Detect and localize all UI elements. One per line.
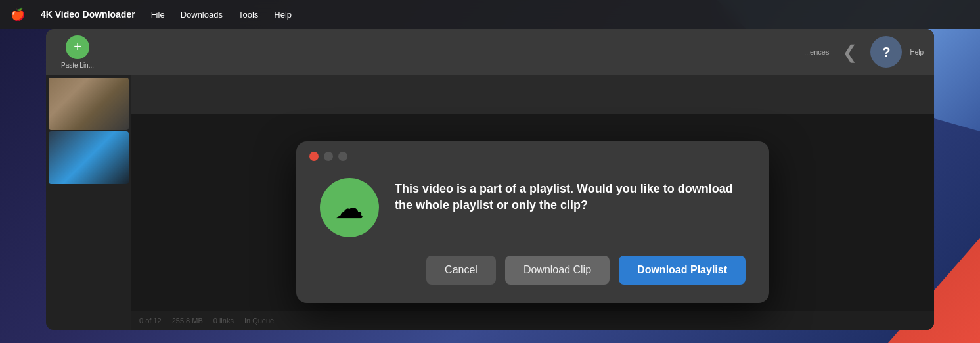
sidebar-thumb-1 [49, 78, 129, 130]
menu-tools[interactable]: Tools [238, 10, 258, 20]
menu-help[interactable]: Help [274, 10, 292, 20]
help-button[interactable]: ? [870, 36, 902, 68]
app-content: 0 of 12 255.8 MB 0 links In Queue [46, 75, 934, 330]
dialog-icon: ☁ [320, 178, 379, 237]
dialog-overlay: ☁ This video is a part of a playlist. Wo… [131, 114, 934, 330]
cancel-button[interactable]: Cancel [426, 256, 496, 285]
dialog-titlebar [309, 152, 347, 161]
dialog-actions: Cancel Download Clip Download Playlist [320, 256, 746, 285]
dialog-body: ☁ This video is a part of a playlist. Wo… [320, 178, 746, 237]
back-button[interactable]: ❮ [837, 41, 862, 63]
close-dot[interactable] [309, 152, 319, 161]
app-name: 4K Video Downloader [41, 9, 135, 20]
download-playlist-button[interactable]: Download Playlist [619, 256, 746, 285]
menu-file[interactable]: File [151, 10, 165, 20]
menu-bar: 🍎 4K Video Downloader File Downloads Too… [0, 0, 980, 29]
paste-link-icon: + [66, 35, 89, 59]
dialog-message: This video is a part of a playlist. Woul… [395, 181, 746, 214]
main-content: 0 of 12 255.8 MB 0 links In Queue [131, 75, 934, 330]
paste-link-button[interactable]: + Paste Lin... [56, 34, 99, 70]
sidebar [46, 75, 131, 330]
minimize-dot[interactable] [324, 152, 333, 161]
app-window: + Paste Lin... ...ences ❮ ? Help 0 of 12… [46, 29, 934, 330]
menu-downloads[interactable]: Downloads [181, 10, 223, 20]
prefs-label: ...ences [804, 48, 830, 56]
apple-menu[interactable]: 🍎 [11, 7, 25, 22]
app-toolbar: + Paste Lin... ...ences ❮ ? Help [46, 29, 934, 75]
paste-link-label: Paste Lin... [61, 62, 94, 69]
dialog-text: This video is a part of a playlist. Woul… [395, 178, 746, 214]
maximize-dot[interactable] [338, 152, 347, 161]
dialog: ☁ This video is a part of a playlist. Wo… [296, 141, 769, 303]
download-clip-button[interactable]: Download Clip [505, 256, 610, 285]
sidebar-thumb-2 [49, 131, 129, 184]
cloud-film-icon: ☁ [335, 191, 364, 225]
help-label: Help [910, 49, 924, 56]
